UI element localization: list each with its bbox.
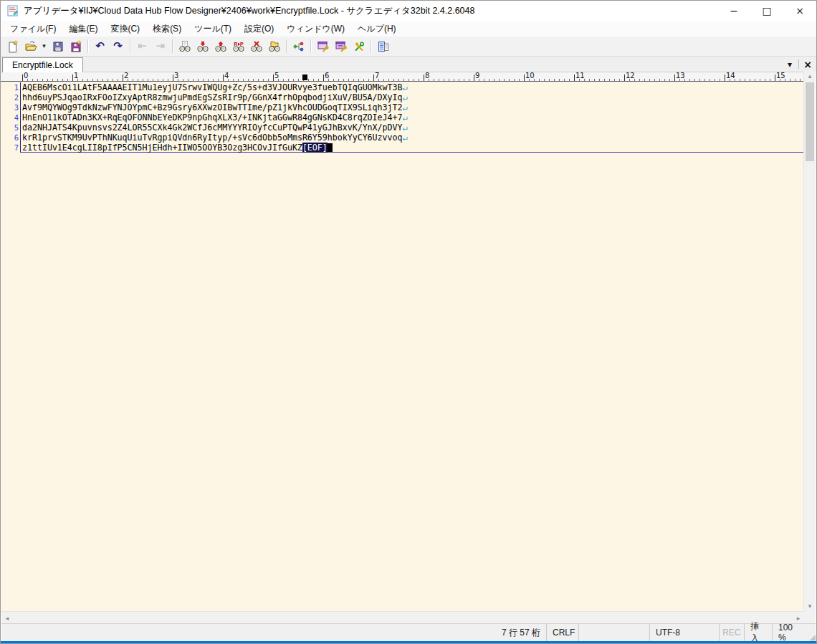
editor-line: 5 da2NHJATS4Kpuvnsvs2Z4LOR55CXk4Gk2WCfJ6… bbox=[1, 122, 804, 133]
line-text: da2NHJATS4Kpuvnsvs2Z4LOR55CXk4Gk2WCfJ6cM… bbox=[22, 122, 402, 133]
menu-search[interactable]: 検索(S) bbox=[146, 21, 188, 37]
jump-prev-icon: ⇤ bbox=[138, 41, 147, 52]
redo-button[interactable]: ↷ bbox=[109, 38, 127, 54]
new-file-button[interactable] bbox=[4, 38, 22, 54]
menu-edit[interactable]: 編集(E) bbox=[62, 21, 104, 37]
type-settings-button[interactable] bbox=[314, 38, 332, 54]
eof-mark: [EOF] bbox=[302, 143, 328, 153]
eol-mark-icon: ↵ bbox=[402, 122, 407, 133]
undo-button[interactable]: ↶ bbox=[91, 38, 109, 54]
menu-convert[interactable]: 変換(C) bbox=[104, 21, 146, 37]
redo-icon: ↷ bbox=[113, 41, 123, 52]
status-encoding: UTF-8 bbox=[649, 624, 719, 641]
svg-text:R: R bbox=[234, 42, 237, 47]
text-editor-area[interactable]: 1 AQEB6MscOi1LAtF5AAAAEIT1Mu1eyjU7SrwvIW… bbox=[1, 82, 804, 615]
ruler-number: 8 bbox=[425, 72, 429, 80]
grep-button[interactable] bbox=[265, 38, 283, 54]
line-text: hhd6uyPSJqaoIRxFOoIZxyAptR8zmwjuPmdEgSZs… bbox=[22, 92, 402, 102]
vertical-scrollbar[interactable]: ▴ ▾ bbox=[803, 71, 816, 612]
vertical-scroll-thumb[interactable] bbox=[806, 82, 814, 161]
menu-file[interactable]: ファイル(F) bbox=[4, 21, 62, 37]
ruler-number: 5 bbox=[274, 72, 279, 80]
resize-grip-icon[interactable]: ◢ bbox=[806, 624, 816, 641]
status-line-ending: CRLF bbox=[546, 624, 578, 641]
ruler-number: 0 bbox=[24, 72, 28, 80]
open-folder-icon bbox=[24, 40, 37, 53]
svg-text:P: P bbox=[240, 42, 244, 47]
common-settings-button[interactable] bbox=[332, 38, 350, 54]
eol-mark-icon: ↵ bbox=[402, 92, 407, 102]
ruler-number: 1 bbox=[74, 72, 78, 80]
toolbar-separator bbox=[371, 39, 371, 53]
outline-analysis-button[interactable] bbox=[290, 38, 307, 54]
save-as-button[interactable] bbox=[67, 38, 85, 54]
ruler-number: 6 bbox=[325, 72, 329, 80]
scroll-left-icon[interactable]: ◂ bbox=[1, 615, 13, 622]
open-dropdown-button[interactable]: ▾ bbox=[39, 38, 49, 54]
line-text: Avf9MQYWOg9TdkNzwFYNJOYpmC+Bz9Gsry6XXwzO… bbox=[22, 102, 402, 112]
sakura-editor-window: アプリデータ¥IIJ¥Cloud Data Hub Flow Designer¥… bbox=[0, 0, 817, 644]
outline-list-icon bbox=[377, 40, 390, 53]
scroll-up-icon[interactable]: ▴ bbox=[804, 71, 816, 82]
editor-line: 1 AQEB6MscOi1LAtF5AAAAEIT1Mu1eyjU7SrwvIW… bbox=[1, 82, 804, 92]
tool-settings-button[interactable] bbox=[350, 38, 368, 54]
jump-prev-button[interactable]: ⇤ bbox=[133, 38, 151, 54]
line-number: 4 bbox=[1, 112, 21, 122]
status-zoom-level: 100 % bbox=[772, 624, 806, 641]
save-icon bbox=[52, 40, 64, 53]
open-file-button[interactable] bbox=[22, 38, 39, 54]
text-caret bbox=[328, 143, 333, 152]
horizontal-scrollbar[interactable]: ◂ ▸ bbox=[1, 611, 804, 624]
app-icon bbox=[7, 5, 19, 16]
ruler-number: 9 bbox=[475, 72, 479, 80]
line-number: 1 bbox=[1, 82, 21, 92]
find-up-button[interactable] bbox=[211, 38, 229, 54]
grep-icon bbox=[268, 40, 281, 53]
replace-icon: R P bbox=[232, 40, 245, 53]
menu-tool[interactable]: ツール(T) bbox=[188, 21, 238, 37]
status-input-mode: 挿入 bbox=[744, 624, 772, 641]
status-macro-rec: REC bbox=[719, 624, 744, 641]
menu-settings[interactable]: 設定(O) bbox=[238, 21, 280, 37]
search-clear-icon bbox=[250, 40, 263, 53]
eol-mark-icon: ↵ bbox=[402, 112, 407, 122]
window-bottom-edge bbox=[1, 641, 816, 643]
ruler-number: 4 bbox=[224, 72, 229, 80]
close-button[interactable]: × bbox=[783, 1, 816, 21]
outline-list-button[interactable] bbox=[374, 38, 392, 54]
find-next-button[interactable] bbox=[194, 38, 211, 54]
eol-mark-icon: ↵ bbox=[402, 102, 407, 112]
tab-bar-controls: ▾ × bbox=[781, 57, 816, 72]
status-spacer bbox=[1, 624, 452, 641]
jump-next-icon: ⇥ bbox=[156, 41, 165, 52]
minimize-button[interactable]: − bbox=[717, 1, 750, 21]
scroll-down-icon[interactable]: ▾ bbox=[804, 601, 816, 612]
menu-window[interactable]: ウィンドウ(W) bbox=[280, 21, 351, 37]
status-cursor-position: 7 行 57 桁 bbox=[452, 624, 546, 641]
save-button[interactable] bbox=[49, 38, 67, 54]
maximize-button[interactable]: □ bbox=[750, 1, 783, 21]
ruler-number: 15 bbox=[776, 72, 785, 80]
tab-encryptfile[interactable]: Encryptfile.Lock bbox=[2, 57, 83, 72]
tab-list-dropdown-icon[interactable]: ▾ bbox=[781, 59, 798, 69]
ruler-number: 3 bbox=[174, 72, 178, 80]
ruler-number: 11 bbox=[575, 72, 585, 80]
toolbar-separator bbox=[87, 39, 88, 53]
scroll-right-icon[interactable]: ▸ bbox=[793, 615, 804, 622]
ruler-number: 10 bbox=[525, 72, 535, 80]
common-settings-icon bbox=[335, 40, 348, 53]
search-button[interactable] bbox=[176, 38, 194, 54]
tab-close-icon[interactable]: × bbox=[799, 59, 816, 70]
jump-next-button[interactable]: ⇥ bbox=[151, 38, 169, 54]
scrollbar-corner bbox=[804, 612, 816, 624]
editor-line: 6 krR1prvSTKM9UvPThNKuqUiuTvRgpiQVdn6RyI… bbox=[1, 133, 804, 143]
ruler-number: 13 bbox=[676, 72, 685, 80]
line-text: HnEnO11kOTADn3KX+RqEqOFONNbEYeDKP9npGhqX… bbox=[22, 112, 402, 122]
replace-button[interactable]: R P bbox=[229, 38, 247, 54]
line-text: AQEB6MscOi1LAtF5AAAAEIT1Mu1eyjU7SrwvIWQU… bbox=[22, 82, 402, 92]
search-clear-button[interactable] bbox=[247, 38, 265, 54]
eol-mark-icon: ↵ bbox=[402, 82, 407, 92]
save-as-icon bbox=[70, 40, 82, 53]
menu-help[interactable]: ヘルプ(H) bbox=[351, 21, 403, 37]
tab-label: Encryptfile.Lock bbox=[12, 60, 73, 70]
